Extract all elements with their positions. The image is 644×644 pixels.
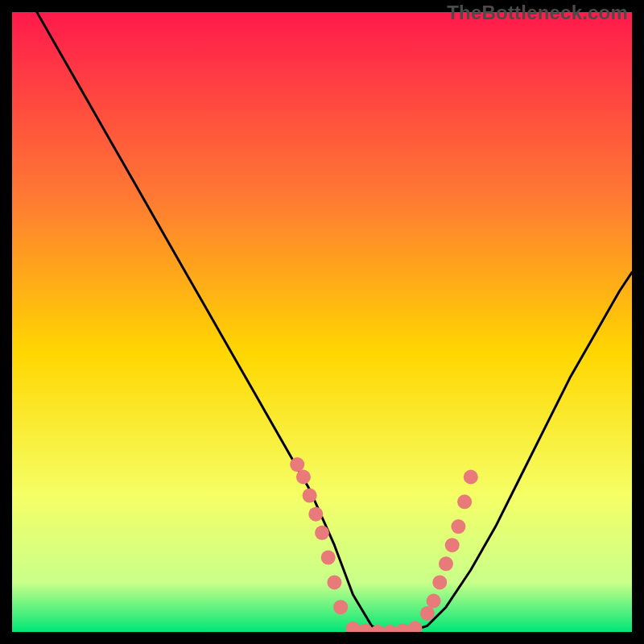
data-dot	[420, 606, 435, 621]
data-dot	[333, 600, 348, 614]
bottleneck-chart	[12, 12, 632, 632]
data-dot	[308, 507, 323, 522]
data-dot	[457, 494, 472, 509]
data-dot	[432, 575, 447, 589]
watermark-text: TheBottleneck.com	[447, 2, 628, 24]
data-dot	[315, 526, 329, 540]
data-dot	[296, 470, 311, 485]
data-dot	[303, 489, 317, 503]
data-dot	[464, 470, 478, 485]
data-dot	[290, 457, 304, 472]
data-dot	[445, 538, 460, 552]
data-dot	[327, 575, 341, 589]
data-dot	[451, 519, 465, 534]
data-dot	[439, 556, 453, 571]
data-dot	[321, 551, 336, 565]
chart-frame	[12, 12, 632, 632]
data-dot	[427, 594, 441, 609]
